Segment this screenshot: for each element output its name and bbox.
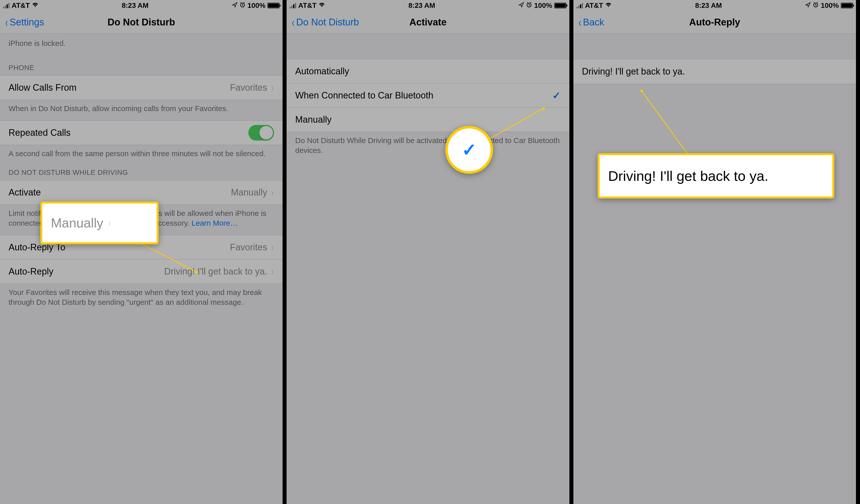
section-header-phone: PHONE <box>0 55 283 75</box>
phone-3-auto-reply: AT&T 8:23 AM 100% ‹ Back Auto-Reply Driv… <box>573 0 860 504</box>
back-label: Settings <box>10 17 44 28</box>
repeated-calls-cell[interactable]: Repeated Calls <box>0 121 283 145</box>
checkmark-icon: ✓ <box>552 90 561 101</box>
repeated-calls-label: Repeated Calls <box>9 127 71 138</box>
auto-reply-value: Driving! I'll get back to ya. <box>164 266 267 277</box>
chevron-right-icon: › <box>271 266 273 277</box>
option-manually[interactable]: Manually <box>287 107 569 132</box>
signal-icon <box>290 3 296 8</box>
carrier-label: AT&T <box>12 1 30 10</box>
repeated-calls-footer: A second call from the same person withi… <box>0 145 283 165</box>
option-automatically[interactable]: Automatically <box>287 59 569 83</box>
page-title: Activate <box>410 17 447 28</box>
auto-reply-cell[interactable]: Auto-Reply Driving! I'll get back to ya.… <box>0 259 283 284</box>
status-bar: AT&T 8:23 AM 100% <box>573 0 856 11</box>
battery-icon <box>841 3 853 8</box>
activate-value: Manually <box>231 187 267 198</box>
allow-calls-label: Allow Calls From <box>9 82 76 93</box>
status-bar: AT&T 8:23 AM 100% <box>287 0 569 11</box>
activate-cell[interactable]: Activate Manually › <box>0 181 283 204</box>
navbar: ‹ Back Auto-Reply <box>573 11 856 34</box>
chevron-left-icon: ‹ <box>579 16 581 28</box>
callout-auto-reply-message: Driving! I'll get back to ya. <box>598 153 834 199</box>
auto-reply-footer: Your Favorites will receive this message… <box>0 284 283 314</box>
chevron-right-icon: › <box>271 82 273 93</box>
wifi-icon <box>318 2 325 9</box>
callout-anchor-dot <box>641 90 643 92</box>
phone-2-activate: AT&T 8:23 AM 100% ‹ Do Not Disturb Activ… <box>287 0 573 504</box>
auto-reply-message: Driving! I'll get back to ya. <box>582 66 685 76</box>
clock-label: 8:23 AM <box>408 1 435 10</box>
alarm-icon <box>813 2 819 9</box>
clock-label: 8:23 AM <box>121 1 148 10</box>
signal-icon <box>3 3 10 8</box>
wifi-icon <box>605 2 612 9</box>
chevron-right-icon: › <box>109 217 111 229</box>
status-bar: AT&T 8:23 AM 100% <box>0 0 283 11</box>
back-label: Do Not Disturb <box>296 17 359 28</box>
locked-footer: iPhone is locked. <box>0 34 283 55</box>
content: iPhone is locked. PHONE Allow Calls From… <box>0 34 283 314</box>
chevron-right-icon: › <box>271 187 273 198</box>
chevron-right-icon: › <box>271 242 273 253</box>
back-button[interactable]: ‹ Back <box>578 16 604 28</box>
auto-reply-textarea[interactable]: Driving! I'll get back to ya. <box>573 59 856 84</box>
activate-label: Activate <box>9 187 41 198</box>
auto-reply-to-value: Favorites <box>230 242 267 253</box>
learn-more-link[interactable]: Learn More… <box>192 219 238 227</box>
allow-calls-footer: When in Do Not Disturb, allow incoming c… <box>0 100 283 120</box>
callout-manually: Manually › <box>40 202 159 244</box>
activate-footer: Do Not Disturb While Driving will be act… <box>287 132 569 162</box>
alarm-icon <box>526 2 532 9</box>
location-icon <box>232 2 238 9</box>
back-button[interactable]: ‹ Do Not Disturb <box>291 16 359 28</box>
auto-reply-label: Auto-Reply <box>9 266 53 277</box>
option-car-bluetooth[interactable]: When Connected to Car Bluetooth ✓ <box>287 83 569 107</box>
wifi-icon <box>32 2 39 9</box>
battery-percent: 100% <box>534 1 552 10</box>
repeated-calls-toggle[interactable] <box>248 125 274 141</box>
carrier-label: AT&T <box>298 1 317 10</box>
navbar: ‹ Settings Do Not Disturb <box>0 11 283 34</box>
section-header-driving: DO NOT DISTURB WHILE DRIVING <box>0 165 283 180</box>
allow-calls-cell[interactable]: Allow Calls From Favorites › <box>0 75 283 100</box>
back-button[interactable]: ‹ Settings <box>4 16 44 28</box>
page-title: Auto-Reply <box>689 17 740 28</box>
location-icon <box>518 2 524 9</box>
back-label: Back <box>583 17 604 28</box>
battery-percent: 100% <box>821 1 839 10</box>
location-icon <box>805 2 811 9</box>
allow-calls-value: Favorites <box>230 82 267 93</box>
page-title: Do Not Disturb <box>108 17 175 28</box>
chevron-left-icon: ‹ <box>292 16 295 28</box>
clock-label: 8:23 AM <box>695 1 722 10</box>
callout-checkmark: ✓ <box>445 126 493 174</box>
chevron-left-icon: ‹ <box>5 16 8 28</box>
battery-icon <box>268 3 280 8</box>
alarm-icon <box>240 2 245 9</box>
callout-anchor-dot <box>196 271 198 274</box>
battery-percent: 100% <box>247 1 266 10</box>
checkmark-icon: ✓ <box>462 140 477 160</box>
signal-icon <box>576 3 583 8</box>
phone-1-do-not-disturb: AT&T 8:23 AM 100% ‹ Settings Do Not Dist… <box>0 0 287 504</box>
navbar: ‹ Do Not Disturb Activate <box>287 11 569 34</box>
carrier-label: AT&T <box>585 1 603 10</box>
svg-line-5 <box>641 91 689 156</box>
battery-icon <box>554 3 567 8</box>
